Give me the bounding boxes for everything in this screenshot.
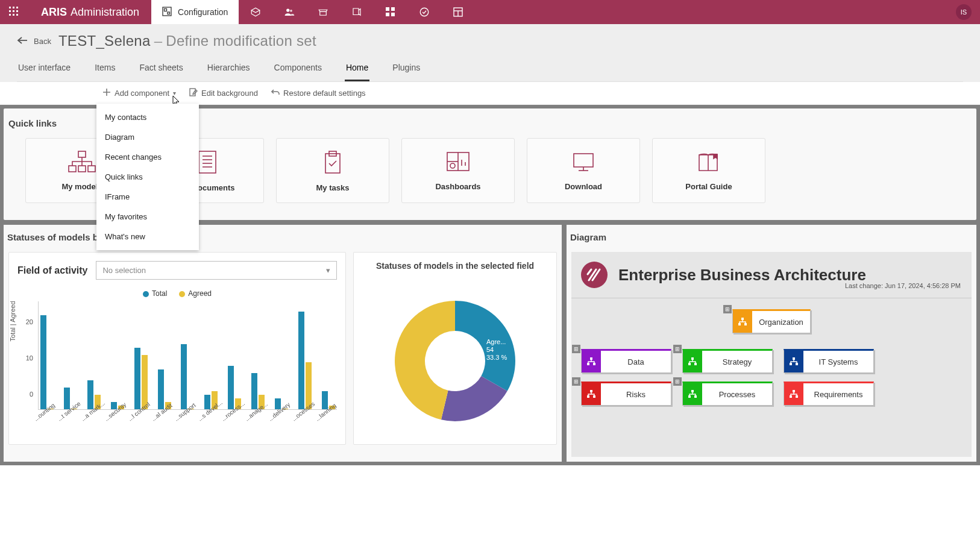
svg-rect-51 [590,390,592,392]
svg-rect-24 [69,166,76,172]
svg-rect-65 [796,395,798,398]
svg-point-13 [290,10,292,12]
subtab-plugins[interactable]: Plugins [391,55,421,81]
menu-item-iframe[interactable]: IFrame [96,187,199,207]
svg-rect-16 [386,13,389,16]
apps-grid-icon[interactable] [0,0,29,24]
app-title: ARISAdministration [29,0,151,24]
hier-icon [582,383,601,405]
link-icon: ⊞ [673,377,682,386]
box-it-systems[interactable]: IT Systems [784,349,874,373]
box-strategy[interactable]: ⊞ Strategy [682,349,773,373]
box-requirements[interactable]: Requirements [784,382,874,406]
menu-item-diagram[interactable]: Diagram [96,127,199,147]
svg-rect-1 [13,7,14,8]
subtab-items[interactable]: Items [93,55,116,81]
statuses-title: Statuses of models by field of activity [4,225,562,252]
back-button[interactable]: Back [17,36,51,46]
svg-rect-17 [391,13,395,16]
bar-legend: Total Agreed [17,289,337,298]
svg-point-12 [286,8,289,11]
back-arrow-icon [17,36,29,46]
bar-group: ...rocess... [226,366,243,409]
hier-icon [784,351,803,372]
tab-configuration[interactable]: Configuration [151,0,239,24]
subtab-components[interactable]: Components [273,55,323,81]
nav-tiles-icon[interactable] [374,0,407,24]
svg-rect-23 [78,151,86,157]
svg-rect-54 [691,357,694,360]
svg-point-18 [421,8,429,16]
nav-icon-4[interactable] [340,0,374,24]
edit-background-button[interactable]: Edit background [189,88,258,98]
diagram-canvas[interactable]: Enterprise Business Architecture Last ch… [571,252,972,457]
slice-label-approval: On approval3320.4 % [377,309,413,333]
bar-chart-plot: Total | Agreed 01020 ...ounting...t serv… [36,301,337,422]
donut: Agre...5433.3 % On approval3320.4 % [371,283,539,427]
svg-rect-5 [16,10,18,12]
dash-icon [445,150,471,176]
svg-rect-63 [793,390,795,392]
menu-item-my-contacts[interactable]: My contacts [96,107,199,127]
box-processes[interactable]: ⊞ Processes [682,382,773,406]
toolbar-wrap: Add component ▾ Edit background Restore … [0,82,980,105]
diagram-heading: Enterprise Business Architecture [618,266,866,284]
nav-check-icon[interactable] [407,0,441,24]
link-icon: ⊞ [572,345,580,353]
subtab-fact-sheets[interactable]: Fact sheets [138,55,184,81]
menu-item-quick-links[interactable]: Quick links [96,167,199,187]
quick-link-my-tasks[interactable]: My tasks [276,138,389,203]
svg-rect-60 [793,357,795,360]
svg-rect-49 [587,363,589,365]
box-data[interactable]: ⊞ Data [581,349,671,373]
menu-item-recent-changes[interactable]: Recent changes [96,147,199,167]
user-avatar[interactable]: IS [956,4,972,20]
bar-group: ...a mark... [86,380,103,409]
task-icon [321,149,345,177]
box-organization[interactable]: ⊞ Organization [732,309,811,333]
nav-calc-icon[interactable] [441,0,475,24]
svg-line-44 [588,269,591,274]
y-axis-label: Total | Agreed [9,301,16,341]
statuses-panel: Statuses of models by field of activity … [4,225,562,462]
undo-icon [271,88,280,98]
restore-defaults-button[interactable]: Restore default settings [271,88,366,98]
diagram-meta: Last change: Jun 17, 2024, 4:56:28 PM [845,282,961,289]
svg-rect-6 [9,14,11,16]
subtab-user-interface[interactable]: User interface [17,55,72,81]
svg-rect-62 [796,363,798,365]
quick-link-dashboards[interactable]: Dashboards [401,138,515,203]
svg-rect-52 [587,395,589,398]
subtab-home[interactable]: Home [345,55,369,81]
quick-link-portal-guide[interactable]: Portal Guide [652,138,765,203]
quick-link-download[interactable]: Download [527,138,640,203]
field-select[interactable]: No selection ▾ [96,261,337,280]
svg-rect-53 [593,395,595,398]
add-component-button[interactable]: Add component ▾ [102,88,176,98]
page-title: TEST_Selena–Define modification set [58,33,316,49]
svg-rect-14 [386,7,389,11]
subheader: Back TEST_Selena–Define modification set… [0,24,980,82]
nav-box-icon[interactable] [306,0,340,24]
box-risks[interactable]: ⊞ Risks [581,382,671,406]
bar-group: ...t service [62,388,80,409]
menu-item-what-s-new[interactable]: What's new [96,227,199,247]
svg-rect-0 [9,7,11,8]
nav-users-icon[interactable] [272,0,306,24]
toolbar: Add component ▾ Edit background Restore … [0,82,808,104]
nav-icon-1[interactable] [239,0,272,24]
link-icon: ⊞ [673,345,682,353]
svg-rect-4 [13,10,14,12]
diagram-title-label: Diagram [567,225,976,252]
hier-icon [683,351,702,372]
svg-rect-27 [199,151,216,173]
add-component-menu: My contactsDiagramRecent changesQuick li… [96,104,199,250]
svg-rect-26 [88,166,95,172]
subtab-hierarchies[interactable]: Hierarchies [206,55,251,81]
svg-rect-45 [741,318,744,320]
bar-group: ...support [179,344,196,409]
diagram-logo [581,262,608,288]
menu-item-my-favorites[interactable]: My favorites [96,207,199,227]
chevron-down-icon: ▾ [173,90,176,96]
org-icon [66,150,98,176]
